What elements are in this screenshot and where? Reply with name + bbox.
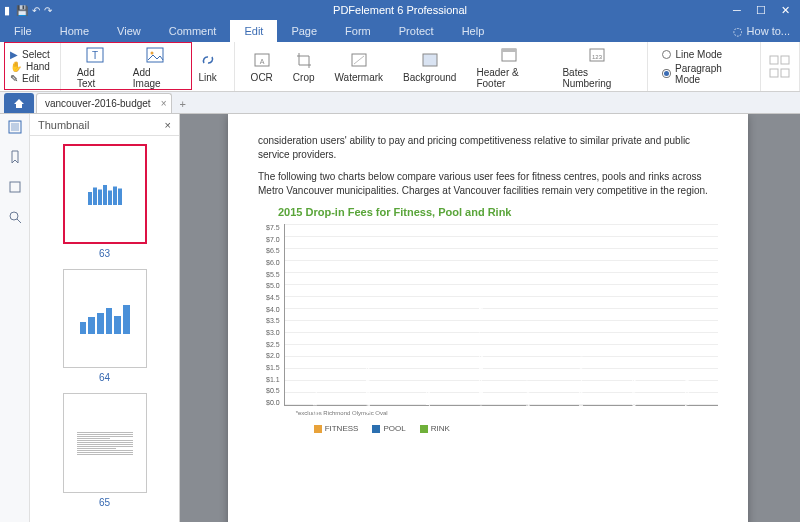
- page-number: 63: [99, 248, 110, 259]
- svg-rect-16: [781, 69, 789, 77]
- maximize-button[interactable]: ☐: [750, 2, 772, 18]
- header-footer-button[interactable]: Header & Footer: [468, 45, 550, 89]
- cursor-icon: ▶: [10, 49, 18, 60]
- document-tabs: vancouver-2016-budget× +: [0, 92, 800, 114]
- body-text: consideration users' ability to pay and …: [258, 134, 718, 162]
- menu-page[interactable]: Page: [277, 20, 331, 42]
- close-tab-icon[interactable]: ×: [161, 98, 167, 109]
- watermark-icon: [349, 50, 369, 70]
- save-icon[interactable]: 💾: [16, 5, 28, 16]
- bates-icon: 123: [587, 45, 607, 65]
- thumbnail-title: Thumbnail: [38, 119, 89, 131]
- chart-footnote: *excludes Richmond Olympic Oval: [296, 410, 718, 416]
- svg-rect-18: [11, 123, 19, 131]
- chart-plot: BURNABYNORTH VANCOUVERSURREYSURREY LEISU…: [284, 224, 718, 406]
- crop-button[interactable]: Crop: [285, 50, 323, 83]
- home-icon: [12, 97, 26, 109]
- attachment-icon[interactable]: [8, 180, 22, 194]
- document-tab[interactable]: vancouver-2016-budget×: [36, 93, 172, 113]
- undo-icon[interactable]: ↶: [32, 5, 40, 16]
- svg-rect-8: [423, 54, 437, 66]
- select-tool[interactable]: ▶Select: [8, 49, 52, 60]
- ocr-button[interactable]: AOCR: [243, 50, 281, 83]
- thumbnail-page[interactable]: [63, 144, 147, 244]
- page-number: 64: [99, 372, 110, 383]
- background-button[interactable]: Background: [395, 50, 464, 83]
- svg-rect-10: [502, 49, 516, 52]
- link-icon: [198, 50, 218, 70]
- svg-text:A: A: [259, 58, 264, 65]
- menu-help[interactable]: Help: [448, 20, 499, 42]
- radio-icon: [662, 50, 671, 59]
- hand-tool[interactable]: ✋Hand: [8, 61, 52, 72]
- page-number: 65: [99, 497, 110, 508]
- hand-icon: ✋: [10, 61, 22, 72]
- text-icon: T: [85, 45, 105, 65]
- svg-text:T: T: [92, 50, 98, 61]
- crop-icon: [294, 50, 314, 70]
- svg-line-7: [354, 56, 364, 64]
- document-canvas[interactable]: consideration users' ability to pay and …: [180, 114, 800, 522]
- chart: $7.5$7.0$6.5$6.0$5.5$5.0$4.5$4.0$3.5$3.0…: [266, 224, 718, 433]
- app-title: PDFelement 6 Professional: [333, 4, 467, 16]
- menu-comment[interactable]: Comment: [155, 20, 231, 42]
- chart-legend: FITNESS POOL RINK: [314, 424, 718, 433]
- menu-edit[interactable]: Edit: [230, 20, 277, 42]
- menu-form[interactable]: Form: [331, 20, 385, 42]
- edit-tool[interactable]: ✎Edit: [8, 73, 52, 84]
- thumbnail-page[interactable]: [63, 269, 147, 369]
- bates-button[interactable]: 123Bates Numbering: [554, 45, 639, 89]
- minimize-button[interactable]: ─: [726, 2, 748, 18]
- radio-icon: [662, 69, 671, 78]
- thumbnails-icon[interactable]: [8, 120, 22, 134]
- header-footer-icon: [499, 45, 519, 65]
- redo-icon[interactable]: ↷: [44, 5, 52, 16]
- quick-access-toolbar: 💾 ↶ ↷: [16, 5, 52, 16]
- close-button[interactable]: ✕: [774, 2, 796, 18]
- add-tab-button[interactable]: +: [174, 95, 192, 113]
- add-image-button[interactable]: Add Image: [125, 45, 186, 89]
- y-axis: $7.5$7.0$6.5$6.0$5.5$5.0$4.5$4.0$3.5$3.0…: [266, 224, 284, 406]
- thumbnail-page[interactable]: [63, 393, 147, 493]
- how-to-link[interactable]: ◌How to...: [733, 25, 790, 38]
- link-button[interactable]: Link: [190, 50, 226, 83]
- svg-rect-14: [781, 56, 789, 64]
- add-text-button[interactable]: TAdd Text: [69, 45, 121, 89]
- chart-title: 2015 Drop-in Fees for Fitness, Pool and …: [278, 206, 718, 218]
- bookmark-icon[interactable]: [8, 150, 22, 164]
- edit-icon: ✎: [10, 73, 18, 84]
- body-text: The following two charts below compare v…: [258, 170, 718, 198]
- menu-home[interactable]: Home: [46, 20, 103, 42]
- line-mode-radio[interactable]: Line Mode: [662, 49, 746, 60]
- align-icon[interactable]: [769, 68, 791, 79]
- image-icon: [145, 45, 165, 65]
- svg-rect-15: [770, 69, 778, 77]
- ribbon: ▶Select ✋Hand ✎Edit TAdd Text Add Image …: [0, 42, 800, 92]
- close-panel-icon[interactable]: ×: [165, 119, 171, 131]
- app-logo-icon: ▮: [4, 4, 10, 17]
- align-icon[interactable]: [769, 55, 791, 66]
- svg-rect-13: [770, 56, 778, 64]
- title-bar: ▮ 💾 ↶ ↷ PDFelement 6 Professional ─ ☐ ✕: [0, 0, 800, 20]
- menu-view[interactable]: View: [103, 20, 155, 42]
- search-icon[interactable]: [8, 210, 22, 224]
- svg-point-20: [10, 212, 18, 220]
- menu-bar: File Home View Comment Edit Page Form Pr…: [0, 20, 800, 42]
- home-tab[interactable]: [4, 93, 34, 113]
- background-icon: [420, 50, 440, 70]
- svg-line-21: [17, 219, 21, 223]
- paragraph-mode-radio[interactable]: Paragraph Mode: [662, 63, 746, 85]
- svg-text:123: 123: [592, 54, 603, 60]
- side-toolbar: [0, 114, 30, 522]
- bulb-icon: ◌: [733, 25, 743, 38]
- menu-protect[interactable]: Protect: [385, 20, 448, 42]
- ocr-icon: A: [252, 50, 272, 70]
- svg-point-3: [151, 51, 154, 54]
- watermark-button[interactable]: Watermark: [327, 50, 392, 83]
- svg-rect-2: [147, 48, 163, 62]
- svg-rect-19: [10, 182, 20, 192]
- thumbnail-panel: Thumbnail× 63 64 65: [30, 114, 180, 522]
- pdf-page: consideration users' ability to pay and …: [228, 114, 748, 522]
- menu-file[interactable]: File: [0, 20, 46, 42]
